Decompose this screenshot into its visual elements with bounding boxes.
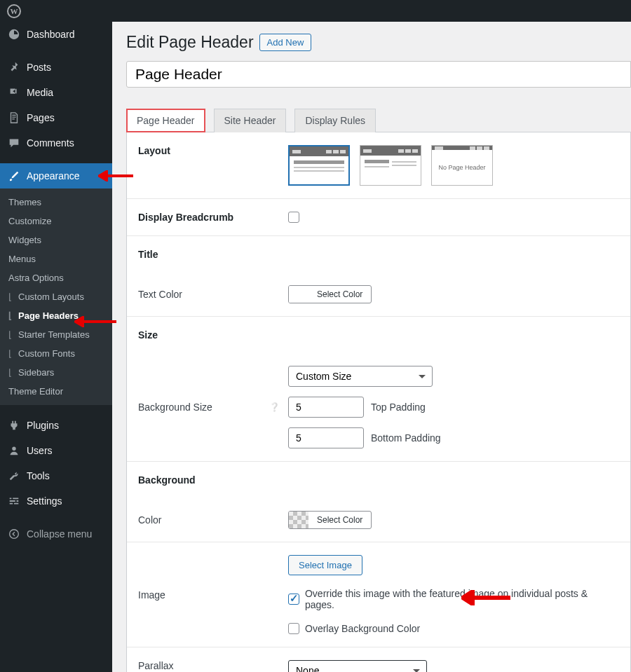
top-padding-input[interactable] (288, 397, 364, 418)
sidebar-item-plugins[interactable]: Plugins (0, 413, 112, 438)
tab-list: Page Header Site Header Display Rules (126, 109, 631, 132)
sidebar-item-custom-fonts[interactable]: ⌊Custom Fonts (0, 344, 112, 363)
sidebar-item-pages[interactable]: Pages (0, 105, 112, 130)
help-icon[interactable]: ❔ (269, 402, 280, 412)
layout-option-3[interactable]: No Page Header (431, 145, 493, 186)
media-icon (7, 85, 21, 100)
sidebar-label: Settings (27, 495, 62, 507)
admin-sidebar: Dashboard Posts Media Pages Comments App… (0, 0, 112, 672)
sidebar-item-themes[interactable]: Themes (0, 193, 112, 212)
plugin-icon (7, 418, 21, 432)
layout-label: Layout (127, 132, 288, 198)
svg-point-1 (10, 530, 19, 539)
sidebar-label: Comments (27, 137, 74, 149)
brush-icon (7, 169, 21, 183)
title-section-label: Title (127, 236, 288, 273)
size-section-label: Size (127, 317, 288, 353)
sidebar-item-users[interactable]: Users (0, 438, 112, 463)
sidebar-collapse[interactable]: Collapse menu (0, 521, 112, 547)
layout-option-2[interactable] (360, 145, 421, 186)
bg-size-select-wrap: Custom Size (288, 366, 433, 387)
bg-color-button[interactable]: Select Color (288, 511, 372, 529)
comment-icon (7, 136, 21, 150)
sidebar-label: Dashboard (27, 29, 75, 40)
sidebar-item-astra-options[interactable]: Astra Options (0, 268, 112, 287)
sidebar-item-posts[interactable]: Posts (0, 55, 112, 80)
wordpress-logo-icon[interactable]: W (7, 4, 21, 18)
pipe-icon: ⌊ (8, 292, 15, 302)
bg-color-label: Color (127, 498, 288, 542)
sidebar-item-appearance[interactable]: Appearance (0, 163, 112, 188)
sidebar-label: Collapse menu (27, 528, 92, 540)
overlay-label: Overlay Background Color (305, 623, 420, 634)
breadcrumb-label: Display Breadcrumb (127, 199, 288, 235)
title-input[interactable] (126, 61, 631, 88)
sidebar-label: Appearance (27, 170, 80, 181)
image-label: Image (127, 577, 288, 613)
sidebar-item-starter-templates[interactable]: ⌊Starter Templates (0, 325, 112, 344)
add-new-button[interactable]: Add New (259, 34, 312, 51)
overlay-checkbox[interactable] (288, 623, 299, 634)
sidebar-item-customize[interactable]: Customize (0, 212, 112, 231)
text-color-button[interactable]: Select Color (288, 285, 372, 303)
pipe-icon: ⌊ (8, 348, 15, 359)
sidebar-item-custom-layouts[interactable]: ⌊Custom Layouts (0, 287, 112, 306)
tab-display-rules[interactable]: Display Rules (294, 109, 376, 132)
sidebar-label: Media (27, 87, 53, 98)
annotation-arrow-icon (74, 316, 116, 327)
sidebar-item-theme-editor[interactable]: Theme Editor (0, 382, 112, 401)
parallax-label: Parallax (127, 647, 288, 672)
appearance-submenu: Themes Customize Widgets Menus Astra Opt… (0, 188, 112, 405)
sidebar-label: Plugins (27, 420, 59, 431)
sidebar-label: Tools (27, 470, 50, 481)
override-checkbox[interactable] (288, 594, 299, 605)
sidebar-label: Posts (27, 62, 51, 73)
pipe-icon: ⌊ (8, 367, 15, 378)
admin-topbar: W (0, 0, 631, 22)
sidebar-label: Users (27, 445, 53, 456)
page-icon (7, 111, 21, 125)
collapse-icon (7, 527, 21, 541)
user-icon (7, 444, 21, 458)
parallax-select[interactable]: None (288, 660, 427, 672)
pipe-icon: ⌊ (8, 310, 15, 321)
sidebar-item-tools[interactable]: Tools (0, 463, 112, 488)
pin-icon (7, 60, 21, 74)
sidebar-item-menus[interactable]: Menus (0, 249, 112, 268)
bottom-padding-label: Bottom Padding (371, 432, 441, 444)
sliders-icon (7, 494, 21, 508)
sidebar-item-widgets[interactable]: Widgets (0, 231, 112, 249)
tab-page-header[interactable]: Page Header (126, 109, 205, 132)
annotation-arrow-icon (98, 170, 133, 181)
bg-size-label: Background Size ❔ (127, 353, 288, 461)
sidebar-item-settings[interactable]: Settings (0, 488, 112, 514)
color-swatch-icon (289, 286, 308, 303)
sidebar-item-dashboard[interactable]: Dashboard (0, 22, 112, 47)
text-color-label: Text Color (127, 273, 288, 316)
layout-option-1[interactable] (288, 145, 350, 186)
sidebar-item-comments[interactable]: Comments (0, 130, 112, 156)
select-image-button[interactable]: Select Image (288, 555, 362, 575)
sidebar-item-media[interactable]: Media (0, 80, 112, 105)
settings-panel: Layout No Page Header (126, 132, 631, 672)
color-swatch-icon (289, 512, 308, 528)
tab-site-header[interactable]: Site Header (214, 109, 287, 132)
bottom-padding-input[interactable] (288, 427, 364, 448)
dashboard-icon (7, 27, 21, 41)
wrench-icon (7, 469, 21, 483)
bg-size-select[interactable]: Custom Size (288, 366, 433, 387)
svg-point-0 (12, 447, 15, 451)
page-heading: Edit Page Header (126, 33, 254, 52)
top-padding-label: Top Padding (371, 402, 426, 413)
pipe-icon: ⌊ (8, 329, 15, 340)
breadcrumb-checkbox[interactable] (288, 212, 299, 223)
sidebar-item-sidebars[interactable]: ⌊Sidebars (0, 363, 112, 382)
main-content: Edit Page Header Add New Page Header Sit… (112, 0, 631, 672)
background-section-label: Background (127, 462, 288, 498)
annotation-arrow-icon (461, 590, 510, 605)
sidebar-label: Pages (27, 112, 55, 123)
